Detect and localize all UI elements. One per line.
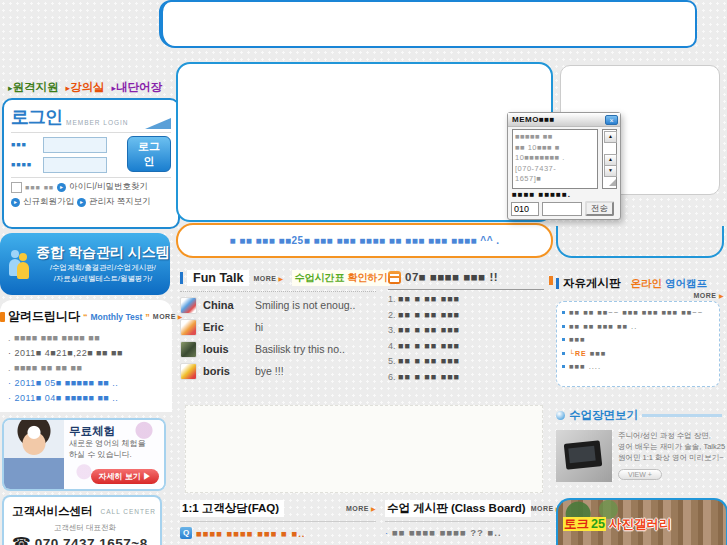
login-form: ■■■ ■■■■ 로그인 [11,136,171,174]
swoosh-icon [145,118,171,129]
gallery-title: 사진갤러리 [609,517,672,531]
orange-notice-banner[interactable]: ■ ■■ ■■■ ■■25■ ■■■ ■■■ ■■■■ ■■ ■■■ ■■■ ■… [176,223,553,258]
avatar-eric [180,319,197,336]
phone-number: 070.7437.1657~8 [35,536,148,545]
chat-name: China [203,299,249,311]
notice-item[interactable]: . ■■■■ ■■■ ■■■■ ■■ [8,331,166,346]
nav-classroom[interactable]: ▸강의실 [66,80,105,95]
quick-nav: ▸원격지원 ▸강의실 ▸내단어장 [8,80,168,95]
avatar-china [180,297,197,314]
list-item[interactable]: 6. ■■ ■ ■■ ■■■ [388,370,550,386]
class-scene-title: 수업장면보기 [569,408,638,423]
notice-item[interactable]: · 2011■ 4■21■,22■ ■■ ■■ [8,346,166,361]
pw-input[interactable] [43,157,107,173]
notice-item[interactable]: . ■■■■ ■■ ■■ ■■ [8,361,166,376]
avatar-boris [180,363,197,380]
faq-item[interactable]: Q ■■■■ ■■■■ ■■■ ■ ■.. [180,527,376,539]
list-item[interactable]: 2. ■■ ■ ■■ ■■■ [388,308,550,324]
login-box: 로그인 MEMBER LOGIN ■■■ ■■■■ 로그인 ■■■ ■■ ▸ 아… [2,98,180,229]
freeboard-more-button[interactable]: MORE ▶ [556,292,724,299]
board-post[interactable]: ■■■ .... [562,361,714,373]
login-title: 로그인 [11,105,62,129]
list-item[interactable]: 1. ■■ ■ ■■ ■■■ [388,292,550,308]
call-center-label: 고객센터 대표전화 [54,523,154,533]
id-input[interactable] [43,137,107,153]
divider-pin [549,276,553,285]
call-center-box: 고객서비스센터 CALL CENTER 고객센터 대표전화 ☎ 070.7437… [2,495,162,545]
trial-detail-button[interactable]: 자세히 보기 ▶ [91,469,159,484]
resize-handle[interactable] [609,179,616,186]
go-icon: ▸ [77,198,86,207]
signup-link[interactable]: 신규회원가입 [23,196,74,208]
memo-popup: MEMO■■■ × ■■■■■ ■■ ■■ 10■■■ ■ 10■■■■■■■ … [507,112,621,220]
lms-text: 종합 학습관리 시스템 /수업계획/출결관리/수업게시판/ /자료실/레벨테스트… [36,244,170,284]
lms-banner[interactable]: 종합 학습관리 시스템 /수업계획/출결관리/수업게시판/ /자료실/레벨테스트… [0,233,170,295]
board-post[interactable]: ■■ ■■ ■■■ ■■ .. [562,321,714,333]
memo-titlebar[interactable]: MEMO■■■ × [508,113,620,127]
reply-badge: └RE [569,350,587,357]
chat-name: boris [203,365,249,377]
board-post[interactable]: ■■■ [562,334,714,346]
free-trial-line1: 새로운 영어의 체험을 [69,439,159,450]
scroll-up-icon[interactable]: ▲ [604,131,617,143]
send-button[interactable]: 전송 [585,201,614,216]
list-item[interactable]: 4. ■■ ■ ■■ ■■■ [388,339,550,355]
right-curve-border [556,226,724,258]
class-scene-photo[interactable] [556,430,612,482]
list-item[interactable]: 5. ■■ ■ ■■ ■■■ [388,354,550,370]
board-post-reply[interactable]: └RE ■■■ [562,348,714,360]
free-trial-body: 무료체험 새로운 영어의 체험을 하실 수 있습니다. 자세히 보기 ▶ [64,420,164,489]
funtalk-more-button[interactable]: MORE▶ [253,275,283,282]
nav-remote-support[interactable]: ▸원격지원 [8,80,59,95]
list-item[interactable]: 3. ■■ ■ ■■ ■■■ [388,323,550,339]
chat-message: Smiling is not enoug.. [255,299,355,311]
login-button[interactable]: 로그인 [127,136,171,172]
class-board-title: 수업 게시판 (Class Board) [385,500,531,517]
divider [11,177,171,178]
photo-gallery-banner[interactable]: 토크25사진갤러리 [556,498,727,545]
bullet-bar-icon [556,278,559,289]
camp-label: 온라인 영어캠프 [631,277,707,291]
find-id-pw-link[interactable]: 아이디/비밀번호찾기 [69,181,148,193]
call-center-title: 고객서비스센터 [12,504,93,519]
save-id-checkbox[interactable] [11,182,22,193]
view-button[interactable]: VIEW + [618,469,662,480]
close-icon[interactable]: × [605,115,618,125]
divider [388,289,544,290]
scroll-down-icon[interactable]: ▼ [604,165,617,177]
freeboard-section: 자유게시판 온라인 영어캠프 MORE ▶ ■■ ■■ ■■~~ ■■■ ■■■… [556,276,724,387]
phone-number-input[interactable] [542,202,582,216]
board-post[interactable]: ■■ ■■ ■■~~ ■■■ ■■■ ■■■ ■■~~ [562,307,714,319]
bullet-bar-icon [180,272,183,284]
chat-row[interactable]: boris bye !!! [180,362,382,380]
more-arrow-icon: ▶ [371,505,376,512]
freeboard-title: 자유게시판 [563,276,621,291]
q-icon: Q [180,527,192,539]
bullet-bar-icon [0,312,5,322]
chat-message: bye !!! [255,365,284,377]
chat-row[interactable]: louis Basilisk try this no.. [180,340,382,358]
phone-prefix-input[interactable] [511,202,539,216]
timetable-check-link[interactable]: 수업시간표 확인하기 [292,270,391,286]
nav-wordbook[interactable]: ▸내단어장 [112,80,163,95]
chat-message: hi [255,321,263,333]
notice-more-button[interactable]: MORE▶ [153,313,183,320]
chat-row[interactable]: Eric hi [180,318,382,336]
login-header: 로그인 MEMBER LOGIN [11,105,171,129]
divider [180,291,376,292]
class-board-item[interactable]: · ■■ ■■■■ ■■■■ ?? ■.. [385,527,550,538]
memo-title: MEMO■■■ [512,115,555,124]
brand-25: 25 [590,517,606,531]
admin-note-link[interactable]: 관리자 쪽지보기 [89,196,151,208]
memo-textarea[interactable]: ■■■■■ ■■ ■■ 10■■■ ■ 10■■■■■■■ . [070-743… [512,129,598,189]
chat-message: Basilisk try this no.. [255,343,345,355]
call-center-subtitle: CALL CENTER [101,508,157,515]
free-trial-title: 무료체험 [69,424,159,439]
more-arrow-icon: ▶ [719,293,724,299]
chat-row[interactable]: China Smiling is not enoug.. [180,296,382,314]
notice-item[interactable]: · 2011■ 05■ ■■■■■ ■■ .. [8,376,166,391]
free-trial-line2: 하실 수 있습니다. [69,450,159,461]
notice-item[interactable]: · 2011■ 04■ ■■■■■ ■■ .. [8,391,166,406]
faq-more-button[interactable]: MORE▶ [346,505,376,512]
phone-icon: ☎ [12,534,31,545]
